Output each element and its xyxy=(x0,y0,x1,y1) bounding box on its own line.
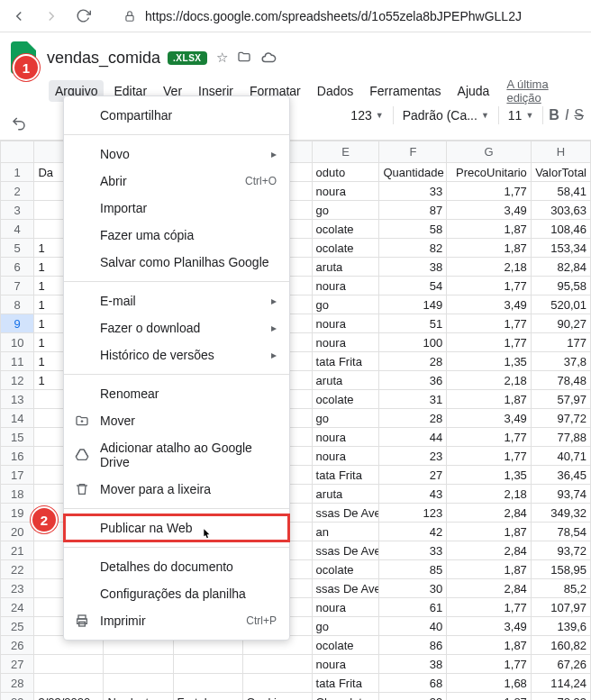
menu-item-hist-rico-de-vers-es[interactable]: Histórico de versões▸ xyxy=(64,341,289,368)
row-header[interactable]: 3 xyxy=(1,201,34,220)
cell[interactable]: 61 xyxy=(379,598,447,617)
cell[interactable]: noura xyxy=(312,447,379,466)
cell[interactable]: 153,34 xyxy=(531,239,590,258)
cell[interactable]: noura xyxy=(312,428,379,447)
cell[interactable]: noura xyxy=(312,314,379,333)
move-folder-icon[interactable] xyxy=(237,50,251,66)
cell[interactable]: 90,27 xyxy=(531,314,590,333)
cell[interactable]: Chocolate xyxy=(312,693,379,701)
row-header[interactable]: 18 xyxy=(1,485,34,504)
row-header[interactable]: 20 xyxy=(1,523,34,541)
cell[interactable]: 2,18 xyxy=(447,371,532,390)
cell[interactable]: PrecoUnitario xyxy=(447,163,532,182)
cell[interactable]: 97,72 xyxy=(531,409,590,428)
cell[interactable]: 95,58 xyxy=(531,277,590,295)
cell[interactable]: an xyxy=(312,523,379,541)
menu-item-e-mail[interactable]: E-mail▸ xyxy=(64,287,289,314)
cell[interactable]: 177 xyxy=(531,333,590,352)
cell[interactable]: go xyxy=(312,409,379,428)
cell[interactable]: 85 xyxy=(379,560,447,579)
last-edit-link[interactable]: A última edição xyxy=(506,77,584,105)
cell[interactable]: 1,87 xyxy=(447,390,532,409)
cell[interactable]: 43 xyxy=(379,485,447,504)
cell[interactable]: 58 xyxy=(379,220,447,239)
cell[interactable]: 139,6 xyxy=(531,617,590,636)
italic-button[interactable]: I xyxy=(565,107,568,123)
cell[interactable]: 77,88 xyxy=(531,428,590,447)
cell[interactable]: 93,72 xyxy=(531,541,590,560)
cell[interactable]: 520,01 xyxy=(531,295,590,314)
cell[interactable]: ValorTotal xyxy=(531,163,590,182)
cell[interactable]: 1,87 xyxy=(447,239,532,258)
menu-item-detalhes-do-documento[interactable]: Detalhes do documento xyxy=(64,553,289,580)
star-icon[interactable]: ☆ xyxy=(216,50,228,66)
undo-icon[interactable] xyxy=(11,115,27,132)
row-header[interactable]: 8 xyxy=(1,295,34,314)
menu-ajuda[interactable]: Ajuda xyxy=(451,80,496,102)
cell[interactable]: oduto xyxy=(312,163,379,182)
cell[interactable]: 1,77 xyxy=(447,598,532,617)
row-header[interactable]: 2 xyxy=(1,182,34,201)
cell[interactable]: 2,18 xyxy=(447,485,532,504)
strike-button[interactable]: S xyxy=(574,107,584,123)
cell[interactable]: 1,77 xyxy=(447,333,532,352)
cell[interactable]: 1,87 xyxy=(447,560,532,579)
menu-item-adicionar-atalho-ao-google-drive[interactable]: Adicionar atalho ao Google Drive xyxy=(64,434,289,476)
row-header[interactable]: 22 xyxy=(1,560,34,579)
row-header[interactable]: 28 xyxy=(1,674,34,693)
col-header-G[interactable]: G xyxy=(447,141,532,163)
cell[interactable]: tata Frita xyxy=(312,352,379,371)
cell[interactable]: 2,84 xyxy=(447,504,532,523)
row-header[interactable]: 26 xyxy=(1,636,34,655)
doc-title[interactable]: vendas_comida xyxy=(47,49,160,68)
cell[interactable]: 38 xyxy=(379,258,447,277)
cell[interactable]: ssas De Aveia xyxy=(312,504,379,523)
cell[interactable]: 31 xyxy=(379,390,447,409)
cell[interactable]: Cookies xyxy=(242,693,312,701)
cell[interactable]: Quantidade xyxy=(379,163,447,182)
menu-item-novo[interactable]: Novo▸ xyxy=(64,141,289,168)
cell[interactable]: 1,68 xyxy=(447,674,532,693)
menu-dados[interactable]: Dados xyxy=(311,80,359,102)
cell[interactable]: 1,77 xyxy=(447,655,532,674)
cell[interactable]: noura xyxy=(312,598,379,617)
cell[interactable]: 1,77 xyxy=(447,182,532,201)
cell[interactable] xyxy=(34,655,104,674)
row-header[interactable]: 16 xyxy=(1,447,34,466)
cell[interactable]: aruta xyxy=(312,485,379,504)
cell[interactable]: 58,41 xyxy=(531,182,590,201)
row-header[interactable]: 12 xyxy=(1,371,34,390)
cell[interactable]: 2,84 xyxy=(447,541,532,560)
cell[interactable]: 42 xyxy=(379,523,447,541)
cell[interactable]: 78,54 xyxy=(531,523,590,541)
cell[interactable]: noura xyxy=(312,277,379,295)
corner-cell[interactable] xyxy=(1,141,34,163)
nav-back-icon[interactable] xyxy=(11,8,27,24)
cell[interactable]: 93,74 xyxy=(531,485,590,504)
cell[interactable]: 160,82 xyxy=(531,636,590,655)
cell[interactable] xyxy=(34,674,104,693)
menu-item-fazer-uma-c-pia[interactable]: Fazer uma cópia xyxy=(64,222,289,249)
cell[interactable]: ssas De Aveia xyxy=(312,579,379,598)
cell[interactable]: 87 xyxy=(379,201,447,220)
cell[interactable]: Nordeste xyxy=(104,693,173,701)
row-header[interactable]: 14 xyxy=(1,409,34,428)
cell[interactable]: 107,97 xyxy=(531,598,590,617)
cell[interactable]: 3,49 xyxy=(447,201,532,220)
cell[interactable]: ssas De Aveia xyxy=(312,541,379,560)
nav-forward-icon[interactable] xyxy=(43,8,59,24)
cell[interactable]: 158,95 xyxy=(531,560,590,579)
cell[interactable]: 82,84 xyxy=(531,258,590,277)
font-size-select[interactable]: 11▼ xyxy=(505,106,538,124)
row-header[interactable]: 24 xyxy=(1,598,34,617)
bold-button[interactable]: B xyxy=(549,107,559,123)
cell[interactable]: 78,48 xyxy=(531,371,590,390)
row-header[interactable]: 9 xyxy=(1,314,34,333)
menu-item-compartilhar[interactable]: Compartilhar xyxy=(64,102,289,129)
cell[interactable]: 108,46 xyxy=(531,220,590,239)
cell[interactable]: 3/23/2020 xyxy=(34,693,104,701)
cloud-status-icon[interactable] xyxy=(260,50,277,66)
menu-item-configura-es-da-planilha[interactable]: Configurações da planilha xyxy=(64,580,289,607)
cell[interactable]: aruta xyxy=(312,371,379,390)
menu-item-importar[interactable]: Importar xyxy=(64,195,289,222)
